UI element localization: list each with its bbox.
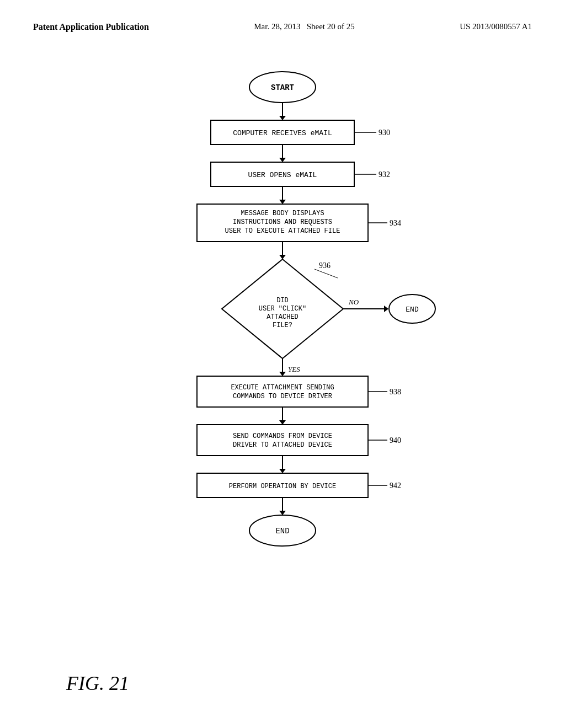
diagram-area: START COMPUTER RECEIVES eMAIL 930 USER O… bbox=[0, 43, 565, 688]
no-label: NO bbox=[348, 298, 359, 306]
header-patent-number: US 2013/0080557 A1 bbox=[460, 22, 532, 31]
node-934-line1: MESSAGE BODY DISPLAYS bbox=[241, 210, 324, 217]
node-940-line1: SEND COMMANDS FROM DEVICE bbox=[233, 432, 332, 440]
header-publication-type: Patent Application Publication bbox=[33, 22, 149, 32]
node-942-text: PERFORM OPERATION BY DEVICE bbox=[229, 483, 336, 490]
svg-rect-26 bbox=[197, 425, 368, 456]
node-940-line2: DRIVER TO ATTACHED DEVICE bbox=[233, 441, 332, 449]
header-center: Mar. 28, 2013 Sheet 20 of 25 bbox=[254, 22, 355, 31]
page-header: Patent Application Publication Mar. 28, … bbox=[0, 0, 565, 43]
svg-marker-29 bbox=[279, 469, 286, 473]
figure-title-text: FIG. 21 bbox=[66, 672, 129, 694]
header-sheet: Sheet 20 of 25 bbox=[307, 22, 355, 31]
ref-942: 942 bbox=[390, 481, 401, 490]
ref-940: 940 bbox=[390, 436, 401, 445]
svg-marker-2 bbox=[279, 116, 286, 120]
svg-rect-22 bbox=[197, 376, 368, 407]
svg-marker-18 bbox=[384, 306, 388, 312]
ref-936: 936 bbox=[319, 261, 331, 270]
figure-label: FIG. 21 bbox=[66, 672, 129, 695]
diamond-936-line4: FILE? bbox=[273, 322, 292, 329]
svg-marker-21 bbox=[279, 372, 286, 376]
node-930-text: COMPUTER RECEIVES eMAIL bbox=[233, 129, 332, 137]
ref-938: 938 bbox=[390, 388, 401, 396]
ref-934: 934 bbox=[390, 219, 401, 227]
yes-label: YES bbox=[288, 365, 300, 373]
start-label: START bbox=[271, 83, 294, 92]
diamond-936-line2: USER "CLICK" bbox=[259, 305, 306, 313]
flowchart: START COMPUTER RECEIVES eMAIL 930 USER O… bbox=[95, 60, 470, 688]
svg-marker-25 bbox=[279, 420, 286, 425]
ref-930: 930 bbox=[379, 129, 390, 137]
ref-932: 932 bbox=[379, 170, 390, 179]
svg-marker-6 bbox=[279, 158, 286, 162]
diamond-936-line1: DID bbox=[276, 297, 289, 304]
node-938-line2: COMMANDS TO DEVICE DRIVER bbox=[233, 393, 332, 400]
node-932-text: USER OPENS eMAIL bbox=[248, 171, 317, 179]
diamond-936-line3: ATTACHED bbox=[266, 313, 299, 321]
header-date: Mar. 28, 2013 bbox=[254, 22, 300, 31]
svg-line-16 bbox=[315, 269, 338, 278]
node-934-line3: USER TO EXECUTE ATTACHED FILE bbox=[225, 227, 340, 235]
svg-marker-10 bbox=[279, 200, 286, 204]
node-934-line2: INSTRUCTIONS AND REQUESTS bbox=[233, 218, 332, 226]
end2-label: END bbox=[275, 527, 289, 536]
node-938-line1: EXECUTE ATTACHMENT SENDING bbox=[231, 384, 334, 392]
svg-marker-33 bbox=[279, 511, 286, 515]
end1-label: END bbox=[406, 306, 419, 314]
